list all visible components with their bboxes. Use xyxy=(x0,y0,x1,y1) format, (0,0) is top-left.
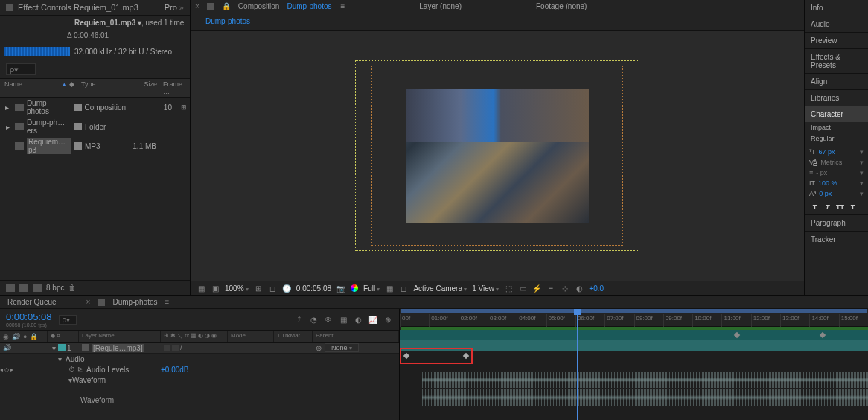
prev-key-icon[interactable]: ◂ xyxy=(0,366,3,373)
comp-mini-flowchart-icon[interactable]: ⤴ xyxy=(293,314,304,325)
audio-levels-value[interactable]: +0.00dB xyxy=(161,366,189,374)
timecode-icon[interactable]: 🕐 xyxy=(282,284,291,293)
parent-col[interactable]: Parent xyxy=(313,331,399,342)
waveform-group-row[interactable]: ▾ Waveform xyxy=(0,375,399,385)
exposure-reset-icon[interactable]: ◐ xyxy=(575,284,584,293)
switch-icon[interactable] xyxy=(164,345,170,351)
dropdown-icon[interactable]: ▾ xyxy=(860,179,864,187)
italic-button[interactable]: T xyxy=(822,202,833,212)
time-ruler[interactable]: 00f01:00f02:00f03:00f04:00f05:00f06:00f0… xyxy=(400,309,868,327)
character-panel-tab[interactable]: Character xyxy=(805,106,868,122)
keyframe-marker-icon[interactable] xyxy=(820,332,826,338)
channel-icon[interactable] xyxy=(351,284,358,292)
render-queue-tab[interactable]: Render Queue xyxy=(7,298,57,306)
ruler-tick[interactable]: 12:00f xyxy=(751,314,780,327)
ruler-tick[interactable]: 11:00f xyxy=(721,314,750,327)
vscale-value[interactable]: 100 % xyxy=(818,179,837,187)
tracker-panel-tab[interactable]: Tracker xyxy=(805,232,868,247)
project-item[interactable]: ▸ Dump-ph…ers Folder xyxy=(0,117,190,136)
paragraph-panel-tab[interactable]: Paragraph xyxy=(805,215,868,231)
timeline-search-input[interactable] xyxy=(59,315,77,325)
audio-col-icon[interactable]: 🔊 xyxy=(12,333,20,340)
libraries-panel-tab[interactable]: Libraries xyxy=(805,90,868,106)
ruler-tick[interactable]: 05:00f xyxy=(546,314,575,327)
new-comp-icon[interactable] xyxy=(33,284,42,292)
dropdown-icon[interactable]: ▾ xyxy=(860,190,864,197)
layer-disclosure-icon[interactable]: ▾ xyxy=(51,344,57,352)
composition-viewport[interactable] xyxy=(191,31,804,281)
composition-name-link[interactable]: Dump-photos xyxy=(287,2,331,10)
panel-menu-icon[interactable]: ≡ xyxy=(165,298,169,306)
switch-icon[interactable] xyxy=(172,345,179,351)
add-key-icon[interactable]: ◇ xyxy=(4,366,9,373)
flowchart-icon[interactable]: ⊹ xyxy=(561,284,569,293)
timeline-comp-tab[interactable]: Dump-photos xyxy=(112,298,157,306)
resolution-icon[interactable]: ⊞ xyxy=(254,284,263,293)
bold-button[interactable]: T xyxy=(809,202,820,212)
effects-presets-tab[interactable]: Effects & Presets xyxy=(805,49,868,73)
share-view-icon[interactable]: ⬚ xyxy=(504,284,513,293)
project-columns-header[interactable]: Name ▴ ◆ Type Size Frame … xyxy=(0,78,190,98)
timeline-timecode[interactable]: 0:00:05:08 xyxy=(6,311,51,322)
project-search-input[interactable] xyxy=(6,63,36,75)
panel-menu-icon[interactable]: ≡ xyxy=(340,2,345,10)
video-col-icon[interactable]: ◉ xyxy=(3,333,9,340)
audio-panel-tab[interactable]: Audio xyxy=(805,16,868,32)
roi-icon[interactable]: ◻ xyxy=(268,284,277,293)
font-size-value[interactable]: 67 px xyxy=(819,148,835,156)
dropdown-icon[interactable]: ▾ xyxy=(860,169,864,176)
project-item-selected[interactable]: Requiem…p3 MP3 1.1 MB xyxy=(0,136,190,156)
layer-duration-bar[interactable] xyxy=(400,330,868,340)
audio-group-row[interactable]: ▾ Audio xyxy=(0,354,399,364)
col-type[interactable]: Type xyxy=(81,80,123,95)
playhead[interactable] xyxy=(577,309,578,420)
ruler-tick[interactable]: 07:00f xyxy=(604,314,634,327)
footage-tab[interactable]: Footage (none) xyxy=(536,2,587,10)
panel-grip-icon[interactable] xyxy=(207,3,214,10)
col-frame[interactable]: Frame … xyxy=(157,80,185,95)
new-folder-icon[interactable] xyxy=(19,284,28,292)
interpret-footage-icon[interactable] xyxy=(6,284,15,292)
label-swatch[interactable] xyxy=(74,142,82,150)
timeline-column-header[interactable]: ◉🔊●🔒 ◆ # Layer Name ⊕✱＼fx▦◐◑◉ Mode T Trk… xyxy=(0,331,399,343)
motion-blur-icon[interactable]: ◐ xyxy=(353,314,363,325)
brainstorm-icon[interactable]: ⊕ xyxy=(383,314,393,325)
mode-col[interactable]: Mode xyxy=(228,331,274,342)
ruler-tick[interactable]: 00f xyxy=(400,314,429,327)
dropdown-icon[interactable]: ▾ xyxy=(860,159,864,166)
leading-value[interactable]: - px xyxy=(816,169,827,176)
current-time[interactable]: 0:00:05:08 xyxy=(296,284,331,293)
stopwatch-icon[interactable]: ⏱ xyxy=(68,366,75,373)
dropdown-icon[interactable]: ▾ xyxy=(860,148,864,156)
ruler-tick[interactable]: 13:00f xyxy=(780,314,809,327)
panel-grip-icon[interactable] xyxy=(6,4,13,11)
project-item[interactable]: ▸ Dump-photos Composition 10 ⊞ xyxy=(0,98,190,117)
ruler-tick[interactable]: 14:00f xyxy=(809,314,838,327)
parent-dropdown[interactable]: None xyxy=(325,343,359,352)
timeline-icon[interactable]: ≡ xyxy=(546,284,555,293)
zoom-dropdown[interactable]: 100% xyxy=(225,284,249,293)
item-name[interactable]: Dump-photos xyxy=(27,99,71,115)
lock-icon[interactable]: 🔒 xyxy=(222,2,231,10)
shy-icon[interactable]: 👁 xyxy=(323,314,334,325)
ruler-tick[interactable]: 15:00f xyxy=(839,314,868,327)
ruler-tick[interactable]: 02:00f xyxy=(459,314,488,327)
trash-icon[interactable]: 🗑 xyxy=(68,284,76,292)
smallcaps-button[interactable]: T xyxy=(847,202,858,212)
keyframe-marker-icon[interactable] xyxy=(734,332,740,338)
transparency-grid-icon[interactable]: ▣ xyxy=(211,284,220,293)
info-panel-tab[interactable]: Info xyxy=(805,0,868,16)
pickwhip-icon[interactable]: ⊚ xyxy=(316,344,322,352)
view-layout-dropdown[interactable]: 1 View xyxy=(472,284,499,293)
fast-previews-icon[interactable]: ⚡ xyxy=(532,284,541,293)
ruler-tick[interactable]: 06:00f xyxy=(575,314,604,327)
solo-col-icon[interactable]: ● xyxy=(23,333,27,340)
draft3d-icon[interactable]: ◔ xyxy=(308,314,319,325)
font-style[interactable]: Regular xyxy=(805,135,868,146)
timeline-layer-row[interactable]: 🔊 ▾1 [Requie…mp3] / ⊚None xyxy=(0,343,399,354)
item-name[interactable]: Requiem…p3 xyxy=(27,138,71,154)
ruler-tick[interactable]: 03:00f xyxy=(488,314,517,327)
panel-grip-icon[interactable] xyxy=(98,299,105,306)
graph-editor-icon[interactable]: 📈 xyxy=(368,314,378,325)
ruler-tick[interactable]: 08:00f xyxy=(634,314,663,327)
